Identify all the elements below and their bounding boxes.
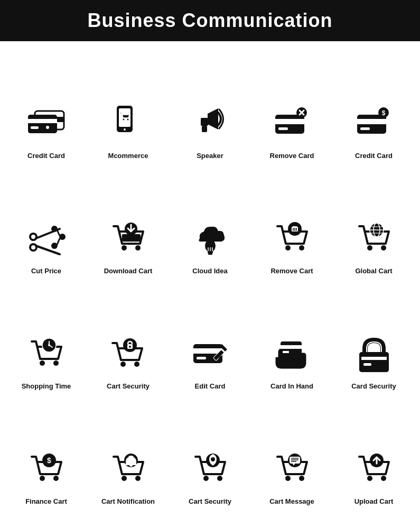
icon-cell-remove-cart: Remove Cart xyxy=(251,167,333,282)
icon-cell-credit-card-2: $ Credit Card xyxy=(333,52,415,167)
svg-line-38 xyxy=(57,238,60,245)
svg-point-90 xyxy=(53,476,59,481)
icon-cell-mcommerce: Mcommerce xyxy=(87,52,169,167)
icon-cell-cart-security: Cart Security xyxy=(87,282,169,397)
svg-point-58 xyxy=(367,245,372,251)
page-header: Business Communication xyxy=(0,0,420,41)
cart-notification-icon xyxy=(106,447,151,492)
svg-rect-18 xyxy=(275,119,304,124)
remove-card-icon xyxy=(269,101,314,146)
svg-point-67 xyxy=(53,360,59,366)
icon-cell-cart-security-2: Cart Security xyxy=(169,397,251,513)
svg-rect-88 xyxy=(363,363,371,366)
svg-rect-80 xyxy=(197,357,206,359)
icon-cell-upload-cart: Upload Cart xyxy=(333,397,415,513)
cut-price-label: Cut Price xyxy=(31,267,61,276)
credit-card-2-icon: $ xyxy=(351,101,396,146)
cloud-idea-label: Cloud Idea xyxy=(192,267,227,276)
card-in-hand-icon xyxy=(269,332,314,377)
icons-grid: Credit Card Mcommerce xyxy=(0,41,420,518)
upload-cart-icon xyxy=(351,447,396,492)
svg-rect-19 xyxy=(278,127,288,130)
svg-point-107 xyxy=(367,476,372,481)
cart-security-2-label: Cart Security xyxy=(189,497,231,506)
icon-cell-shopping-time: Shopping Time xyxy=(5,282,87,397)
cloud-idea-icon xyxy=(188,217,232,262)
mcommerce-icon xyxy=(106,101,151,146)
svg-point-72 xyxy=(48,344,50,346)
svg-point-94 xyxy=(135,476,141,481)
credit-card-1-icon xyxy=(24,101,69,146)
svg-point-34 xyxy=(51,226,58,232)
icon-cell-card-in-hand: Card In Hand xyxy=(251,282,333,397)
svg-point-101 xyxy=(299,476,304,481)
card-security-icon xyxy=(351,332,396,377)
cart-message-icon xyxy=(269,447,314,492)
page-title: Business Communication xyxy=(11,10,409,32)
svg-rect-15 xyxy=(201,118,208,126)
icon-cell-credit-card-1: Credit Card xyxy=(5,52,87,167)
svg-rect-86 xyxy=(359,352,389,372)
edit-card-icon xyxy=(188,332,232,377)
svg-rect-6 xyxy=(28,115,57,133)
card-in-hand-label: Card In Hand xyxy=(270,382,313,391)
remove-card-label: Remove Card xyxy=(270,152,314,161)
icon-cell-global-cart: Global Cart xyxy=(333,167,415,282)
svg-rect-45 xyxy=(208,251,213,253)
cut-price-icon xyxy=(24,217,69,262)
card-security-label: Card Security xyxy=(351,382,396,391)
remove-cart-icon xyxy=(269,217,314,262)
svg-point-74 xyxy=(134,362,139,367)
finance-cart-icon: $ xyxy=(24,447,69,492)
svg-point-36 xyxy=(51,243,58,249)
global-cart-label: Global Cart xyxy=(355,267,392,276)
svg-rect-83 xyxy=(281,345,302,349)
svg-rect-8 xyxy=(31,126,39,129)
shopping-time-label: Shopping Time xyxy=(22,382,71,391)
svg-line-37 xyxy=(57,230,60,236)
icon-cell-remove-card: Remove Card xyxy=(251,52,333,167)
global-cart-icon xyxy=(351,217,396,262)
svg-rect-87 xyxy=(361,357,387,360)
upload-cart-label: Upload Cart xyxy=(354,497,394,506)
svg-rect-39 xyxy=(122,234,141,242)
svg-point-9 xyxy=(46,126,49,129)
svg-point-99 xyxy=(211,457,215,461)
mcommerce-label: Mcommerce xyxy=(108,152,148,161)
svg-rect-46 xyxy=(208,253,212,255)
cart-notification-label: Cart Notification xyxy=(101,497,155,506)
svg-rect-24 xyxy=(357,119,386,124)
download-cart-icon xyxy=(106,217,151,262)
svg-point-13 xyxy=(123,118,125,121)
svg-point-30 xyxy=(31,235,35,239)
svg-point-89 xyxy=(40,476,45,481)
cart-security-icon xyxy=(106,332,151,377)
svg-point-77 xyxy=(129,346,131,348)
svg-point-40 xyxy=(122,245,127,251)
icon-cell-speaker: Speaker xyxy=(169,52,251,167)
cart-message-label: Cart Message xyxy=(269,497,314,506)
svg-point-93 xyxy=(122,476,127,481)
svg-point-96 xyxy=(203,476,209,481)
icon-cell-cloud-idea: Cloud Idea xyxy=(169,167,251,282)
svg-point-100 xyxy=(285,476,291,481)
svg-point-12 xyxy=(124,128,126,131)
speaker-label: Speaker xyxy=(197,152,223,161)
icon-cell-cart-notification: Cart Notification xyxy=(87,397,169,513)
svg-text:$: $ xyxy=(381,109,385,117)
credit-card-2-label: Credit Card xyxy=(355,152,393,161)
credit-card-1-label: Credit Card xyxy=(27,152,65,161)
svg-point-73 xyxy=(120,362,126,367)
remove-cart-label: Remove Cart xyxy=(270,267,313,276)
icon-cell-card-security: Card Security xyxy=(333,282,415,397)
svg-point-59 xyxy=(381,245,386,251)
download-cart-label: Download Cart xyxy=(104,267,153,276)
svg-rect-84 xyxy=(283,351,289,353)
cart-security-2-icon xyxy=(188,447,232,492)
icon-cell-cart-message: Cart Message xyxy=(251,397,333,513)
svg-rect-7 xyxy=(28,119,57,123)
cart-security-label: Cart Security xyxy=(107,382,150,391)
svg-point-41 xyxy=(135,245,141,251)
svg-rect-54 xyxy=(293,226,297,228)
svg-point-14 xyxy=(127,118,129,121)
